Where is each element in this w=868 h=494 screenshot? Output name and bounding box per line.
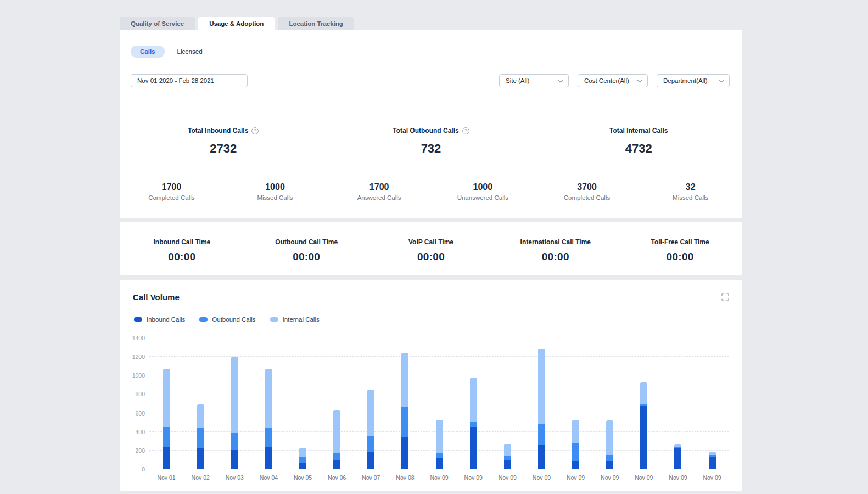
x-tick-label: Nov 09 [524,474,558,481]
info-icon[interactable]: ? [462,127,469,134]
x-axis: Nov 01Nov 02Nov 03Nov 04Nov 05Nov 06Nov … [149,474,729,481]
bar-13[interactable] [559,338,593,469]
stat-value: 4732 [535,142,742,156]
filter-row: Site (All) Cost Center(All) Department(A… [131,74,730,87]
bar-segment [606,420,613,455]
inbound-calls-total: Total Inbound Calls ? 2732 [120,102,327,172]
stacked-bar [538,349,545,469]
date-range-input[interactable] [131,74,248,87]
bar-segment [367,436,374,452]
bar-8[interactable] [388,338,422,469]
bar-segment [572,461,579,469]
department-filter-value: Department(All) [663,77,708,84]
call-time-panel: Inbound Call Time 00:00 Outbound Call Ti… [120,222,742,275]
bar-segment [436,458,443,469]
stacked-bar [640,382,647,469]
x-tick-label: Nov 04 [251,474,285,481]
top-tab-bar: Quality of Service Usage & Adoption Loca… [120,17,742,30]
bar-segment [231,433,238,450]
internal-calls-summary: Total Internal Calls 4732 3700 Completed… [535,102,742,218]
stacked-bar [606,420,613,469]
stacked-bar [709,452,716,469]
call-summary-grid: Total Inbound Calls ? 2732 1700 Complete… [120,102,742,218]
outbound-unanswered-calls: 1000 Unanswered Calls [431,172,535,218]
stacked-bar [265,369,272,469]
call-time-title: Toll-Free Call Time [618,238,742,246]
chevron-down-icon [719,77,724,82]
bar-11[interactable] [490,338,524,469]
x-tick-label: Nov 09 [456,474,490,481]
site-filter-dropdown[interactable]: Site (All) [499,74,569,87]
department-filter-dropdown[interactable]: Department(All) [657,74,730,87]
bar-segment [401,353,408,406]
bar-segment [436,453,443,458]
info-icon[interactable]: ? [251,127,259,134]
tab-usage-adoption[interactable]: Usage & Adoption [198,17,275,30]
sub-stat-value: 1700 [327,182,431,192]
stat-title: Total Outbound Calls [393,127,458,134]
outbound-calls-summary: Total Outbound Calls ? 732 1700 Answered… [327,102,535,218]
bar-segment [709,452,716,456]
legend-item-internal[interactable]: Internal Calls [270,316,320,323]
cost-center-filter-dropdown[interactable]: Cost Center(All) [578,74,648,87]
bar-15[interactable] [627,338,661,469]
tab-quality-of-service[interactable]: Quality of Service [120,17,195,30]
stacked-bar [197,404,204,469]
fullscreen-icon [721,293,729,301]
toggle-licensed[interactable]: Licensed [170,46,210,58]
legend-item-outbound[interactable]: Outbound Calls [199,316,255,323]
bar-segment [197,428,204,448]
legend-item-inbound[interactable]: Inbound Calls [134,316,185,323]
x-tick-label: Nov 09 [627,474,661,481]
stacked-bar [163,369,170,469]
bar-segment [470,427,477,469]
y-tick-label: 200 [135,447,145,454]
bar-segment [231,357,238,433]
bar-segment [265,447,272,469]
inbound-call-time: Inbound Call Time 00:00 [120,222,244,275]
bar-segment [401,437,408,469]
bar-16[interactable] [661,338,695,469]
bar-7[interactable] [354,338,388,469]
bar-segment [572,443,579,461]
x-tick-label: Nov 05 [286,474,320,481]
bar-segment [333,410,340,453]
bar-segment [436,420,443,453]
bar-17[interactable] [695,338,729,469]
stat-value: 732 [327,142,534,156]
bar-12[interactable] [524,338,558,469]
bar-1[interactable] [149,338,183,469]
voip-call-time: VoIP Call Time 00:00 [369,222,494,275]
legend-chip [134,317,142,322]
sub-stat-label: Missed Calls [639,194,742,201]
toggle-calls[interactable]: Calls [131,46,165,58]
bar-2[interactable] [183,338,217,469]
legend-label: Inbound Calls [147,316,185,323]
tab-location-tracking[interactable]: Location Tracking [278,17,354,30]
bar-6[interactable] [320,338,354,469]
bar-segment [674,448,681,469]
internal-completed-calls: 3700 Completed Calls [535,172,639,218]
outbound-answered-calls: 1700 Answered Calls [327,172,431,218]
filter-dropdowns: Site (All) Cost Center(All) Department(A… [499,74,730,87]
stacked-bar [231,357,238,469]
bar-9[interactable] [422,338,456,469]
stat-value: 2732 [120,142,327,156]
call-time-value: 00:00 [618,251,742,263]
usage-adoption-panel: Calls Licensed Site (All) Cost Center(Al… [120,30,742,218]
bar-4[interactable] [251,338,285,469]
bar-segment [163,369,170,427]
bar-3[interactable] [217,338,251,469]
bar-5[interactable] [286,338,320,469]
fullscreen-button[interactable] [721,293,729,301]
bar-10[interactable] [456,338,490,469]
bar-14[interactable] [593,338,627,469]
x-tick-label: Nov 03 [217,474,251,481]
bar-segment [197,404,204,428]
cost-center-filter-value: Cost Center(All) [584,77,629,84]
call-time-value: 00:00 [120,251,244,263]
bar-segment [367,390,374,436]
bar-segment [333,460,340,469]
bar-segment [299,457,306,463]
y-tick-label: 600 [135,410,145,417]
